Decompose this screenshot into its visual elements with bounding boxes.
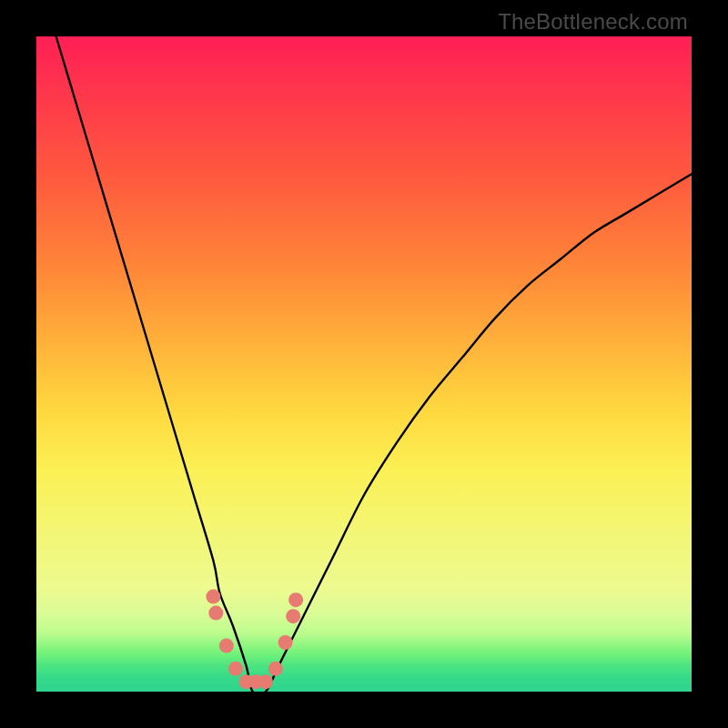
chart-frame: TheBottleneck.com bbox=[0, 0, 728, 728]
watermark-text: TheBottleneck.com bbox=[498, 9, 688, 35]
curve-svg bbox=[36, 36, 692, 692]
marker-dot bbox=[268, 662, 283, 676]
curve-markers bbox=[206, 590, 303, 690]
plot-area bbox=[36, 36, 692, 692]
marker-dot bbox=[206, 590, 220, 604]
bottleneck-curve-path bbox=[56, 36, 692, 695]
marker-dot bbox=[258, 674, 273, 689]
marker-dot bbox=[278, 635, 293, 650]
marker-dot bbox=[219, 639, 234, 653]
marker-dot bbox=[288, 592, 303, 607]
marker-dot bbox=[228, 662, 243, 676]
marker-dot bbox=[286, 609, 300, 623]
marker-dot bbox=[208, 606, 223, 621]
